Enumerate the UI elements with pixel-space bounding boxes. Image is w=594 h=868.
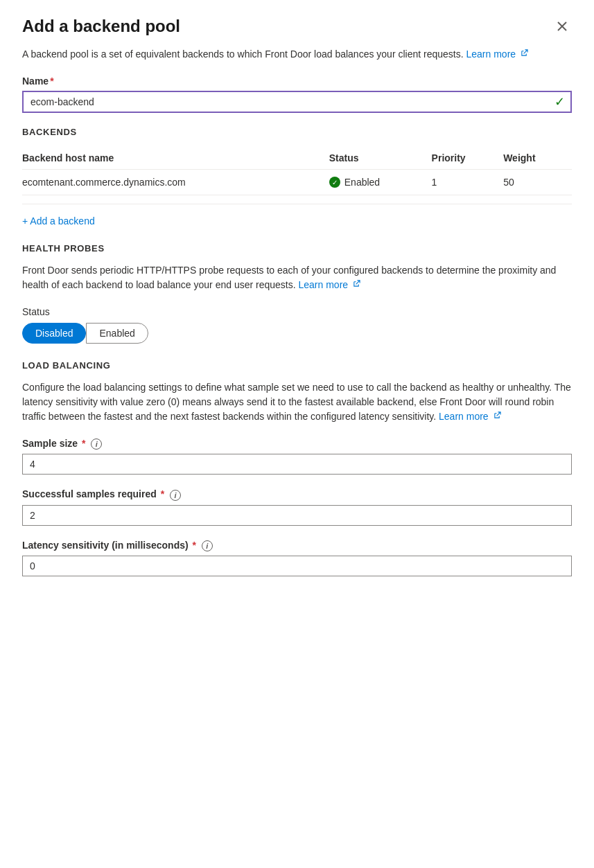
sample-size-required: *: [82, 438, 85, 449]
health-probes-ext-icon: [353, 280, 360, 287]
backends-divider: [22, 204, 572, 204]
sample-size-info-icon[interactable]: i: [91, 439, 102, 450]
latency-sensitivity-input[interactable]: [22, 556, 572, 576]
backends-section: BACKENDS Backend host name Status Priori…: [22, 127, 572, 227]
sample-size-input[interactable]: [22, 454, 572, 475]
backend-priority: 1: [432, 170, 504, 195]
health-probes-toggle-group: Disabled Enabled: [22, 323, 572, 344]
health-probes-description: Front Door sends periodic HTTP/HTTPS pro…: [22, 263, 572, 292]
load-balancing-title: LOAD BALANCING: [22, 360, 572, 371]
name-form-group: Name* ✓: [22, 76, 572, 113]
successful-samples-input[interactable]: [22, 505, 572, 526]
close-icon: [555, 19, 569, 33]
load-balancing-description: Configure the load balancing settings to…: [22, 380, 572, 424]
backend-host: ecomtenant.commerce.dynamics.com: [22, 170, 329, 195]
successful-samples-label: Successful samples required * i: [22, 488, 572, 500]
table-row: ecomtenant.commerce.dynamics.com ✓ Enabl…: [22, 170, 572, 195]
load-balancing-ext-icon: [493, 411, 501, 419]
health-probes-learn-more-link[interactable]: Learn more: [299, 279, 360, 290]
add-backend-button[interactable]: + Add a backend: [22, 215, 95, 227]
status-enabled-icon: ✓: [329, 177, 340, 188]
health-probes-disabled-toggle[interactable]: Disabled: [22, 323, 86, 344]
col-host: Backend host name: [22, 147, 329, 170]
name-label: Name*: [22, 76, 572, 87]
close-button[interactable]: [552, 17, 572, 36]
name-valid-icon: ✓: [554, 94, 565, 109]
col-weight: Weight: [503, 147, 572, 170]
col-priority: Priority: [432, 147, 504, 170]
health-probes-section: HEALTH PROBES Front Door sends periodic …: [22, 243, 572, 344]
panel-description: A backend pool is a set of equivalent ba…: [22, 47, 572, 62]
backend-weight: 50: [503, 170, 572, 195]
backend-status: ✓ Enabled: [329, 170, 432, 195]
latency-sensitivity-info-icon[interactable]: i: [202, 540, 213, 551]
name-input[interactable]: [22, 91, 572, 113]
backends-section-title: BACKENDS: [22, 127, 572, 137]
backends-table: Backend host name Status Priority Weight…: [22, 147, 572, 195]
backends-table-header-row: Backend host name Status Priority Weight: [22, 147, 572, 170]
panel-header: Add a backend pool: [22, 17, 572, 36]
panel-title: Add a backend pool: [22, 17, 180, 36]
successful-samples-info-icon[interactable]: i: [170, 490, 181, 501]
load-balancing-section: LOAD BALANCING Configure the load balanc…: [22, 360, 572, 576]
load-balancing-learn-more-link[interactable]: Learn more: [439, 411, 500, 422]
latency-sensitivity-required: *: [193, 540, 196, 551]
status-enabled-label: Enabled: [344, 177, 380, 188]
health-probes-status-label: Status: [22, 306, 572, 317]
name-required-star: *: [50, 76, 53, 87]
name-input-wrapper: ✓: [22, 91, 572, 113]
sample-size-label: Sample size * i: [22, 438, 572, 450]
successful-samples-required: *: [161, 488, 164, 499]
description-learn-more-link[interactable]: Learn more: [466, 48, 528, 60]
health-probes-enabled-toggle[interactable]: Enabled: [86, 323, 148, 344]
add-backend-pool-panel: Add a backend pool A backend pool is a s…: [0, 0, 594, 615]
sample-size-group: Sample size * i: [22, 438, 572, 475]
external-link-icon: [521, 49, 528, 57]
health-probes-title: HEALTH PROBES: [22, 243, 572, 254]
latency-sensitivity-group: Latency sensitivity (in milliseconds) * …: [22, 540, 572, 576]
successful-samples-group: Successful samples required * i: [22, 488, 572, 525]
col-status: Status: [329, 147, 432, 170]
health-probes-status-group: Status Disabled Enabled: [22, 306, 572, 344]
latency-sensitivity-label: Latency sensitivity (in milliseconds) * …: [22, 540, 572, 551]
